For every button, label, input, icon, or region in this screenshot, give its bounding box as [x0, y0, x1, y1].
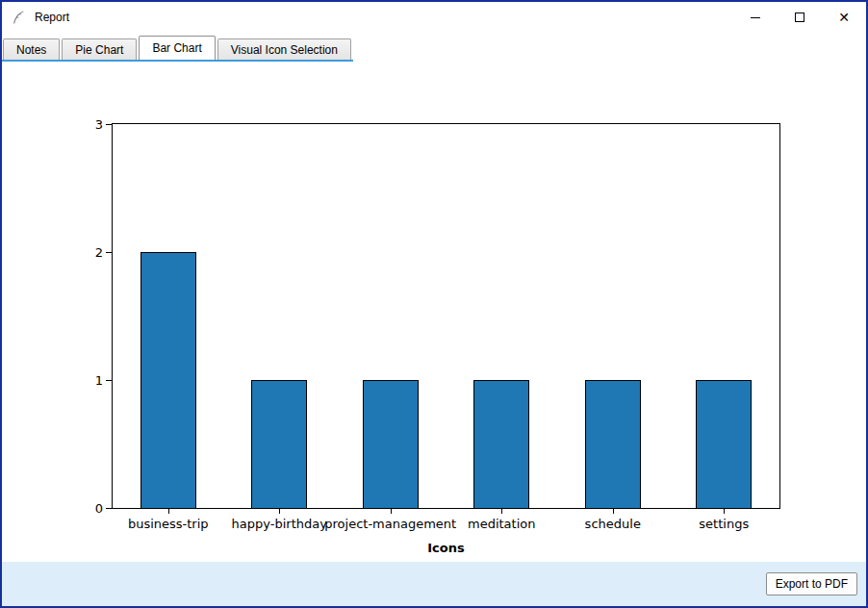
bar-schedule: [585, 380, 641, 508]
window-controls: ✕: [733, 2, 866, 33]
bar-happy-birthday: [251, 380, 307, 508]
tab-notes[interactable]: Notes: [3, 38, 60, 60]
window-title: Report: [35, 11, 69, 24]
bar-business-trip: [140, 252, 196, 508]
bar-meditation: [473, 380, 529, 508]
bar-chart-panel: 0123business-triphappy-birthdayproject-m…: [2, 62, 866, 562]
y-tick-label: 0: [95, 501, 103, 516]
x-tick-mark: [391, 508, 392, 514]
close-icon: ✕: [838, 11, 850, 24]
tab-bar: NotesPie ChartBar ChartVisual Icon Selec…: [2, 33, 866, 62]
titlebar[interactable]: Report ✕: [2, 2, 866, 33]
bar-chart-plot-area: 0123business-triphappy-birthdayproject-m…: [112, 123, 780, 509]
tab-visual-icon-selection[interactable]: Visual Icon Selection: [217, 38, 351, 60]
x-tick-mark: [168, 508, 169, 514]
y-tick-label: 2: [95, 245, 103, 260]
feather-app-icon: [12, 10, 27, 25]
export-to-pdf-button[interactable]: Export to PDF: [766, 572, 857, 595]
y-tick-label: 1: [95, 373, 103, 388]
bar-settings: [696, 380, 752, 508]
close-button[interactable]: ✕: [822, 2, 866, 33]
x-tick-mark: [724, 508, 725, 514]
x-tick-label-happy-birthday: happy-birthday: [232, 517, 327, 531]
x-tick-label-project-management: project-management: [324, 517, 456, 531]
minimize-icon: [751, 17, 760, 18]
y-tick-mark: [106, 380, 112, 381]
report-window: Report ✕ NotesPie ChartBar ChartVisual I…: [0, 0, 868, 608]
tab-bar-chart[interactable]: Bar Chart: [139, 36, 215, 60]
tabs-group: NotesPie ChartBar ChartVisual Icon Selec…: [2, 36, 353, 62]
bar-project-management: [363, 380, 419, 508]
x-tick-label-settings: settings: [699, 517, 749, 531]
y-tick-mark: [106, 508, 112, 509]
tab-pie-chart[interactable]: Pie Chart: [62, 38, 137, 60]
x-tick-label-schedule: schedule: [585, 517, 641, 531]
minimize-button[interactable]: [733, 2, 778, 33]
y-tick-mark: [106, 124, 112, 125]
footer-bar: Export to PDF: [2, 562, 866, 606]
maximize-icon: [795, 13, 804, 22]
x-tick-label-business-trip: business-trip: [128, 517, 209, 531]
x-tick-mark: [279, 508, 280, 514]
x-tick-mark: [501, 508, 502, 514]
y-tick-mark: [106, 252, 112, 253]
x-tick-mark: [613, 508, 614, 514]
x-axis-title: Icons: [427, 541, 464, 555]
x-tick-label-meditation: meditation: [468, 517, 536, 531]
maximize-button[interactable]: [778, 2, 822, 33]
y-tick-label: 3: [95, 117, 103, 132]
